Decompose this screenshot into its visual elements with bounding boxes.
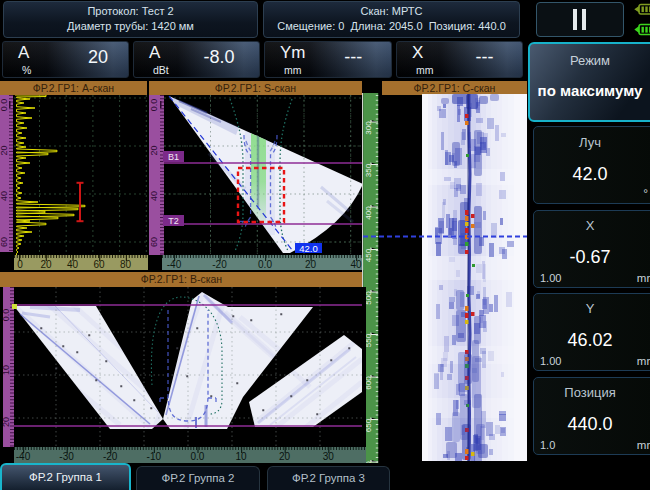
svg-text:20: 20: [0, 145, 9, 155]
svg-text:40: 40: [350, 259, 362, 270]
svg-text:0.0: 0.0: [149, 99, 159, 112]
svg-text:450: 450: [364, 248, 373, 262]
svg-text:20: 20: [149, 145, 159, 155]
svg-text:0.0: 0.0: [258, 259, 272, 270]
svg-text:350: 350: [364, 163, 373, 177]
svg-text:80: 80: [120, 259, 132, 270]
svg-text:-40: -40: [16, 451, 31, 462]
svg-text:20: 20: [40, 259, 52, 270]
svg-text:60: 60: [0, 237, 9, 247]
svg-text:60: 60: [93, 259, 105, 270]
svg-text:0.0: 0.0: [1, 309, 11, 322]
svg-text:42.0: 42.0: [299, 243, 318, 254]
svg-text:B1: B1: [168, 152, 179, 162]
svg-text:40: 40: [0, 191, 9, 201]
svg-text:-20: -20: [103, 451, 118, 462]
svg-text:10: 10: [1, 365, 11, 375]
svg-text:20: 20: [279, 451, 291, 462]
svg-text:20: 20: [1, 417, 11, 427]
svg-text:-10: -10: [147, 451, 162, 462]
svg-text:T2: T2: [168, 216, 179, 226]
svg-text:400: 400: [364, 206, 373, 220]
svg-text:0.0: 0.0: [190, 451, 204, 462]
svg-text:10: 10: [235, 451, 247, 462]
svg-text:0: 0: [17, 259, 23, 270]
svg-text:20: 20: [305, 259, 317, 270]
svg-text:-40: -40: [167, 259, 182, 270]
svg-text:40: 40: [149, 191, 159, 201]
svg-text:30: 30: [323, 451, 335, 462]
svg-text:300: 300: [364, 121, 373, 135]
svg-text:-20: -20: [212, 259, 227, 270]
svg-text:60: 60: [149, 237, 159, 247]
svg-text:-30: -30: [59, 451, 74, 462]
svg-text:40: 40: [67, 259, 79, 270]
svg-text:0.0: 0.0: [0, 99, 9, 112]
